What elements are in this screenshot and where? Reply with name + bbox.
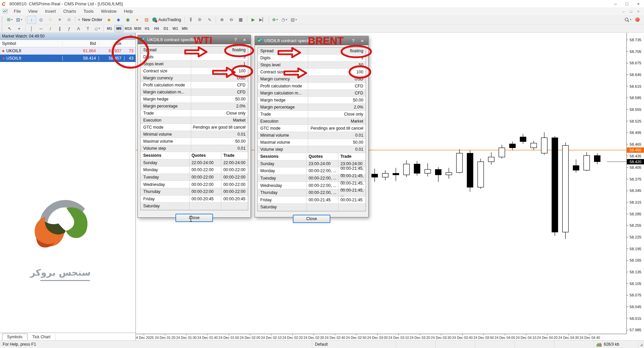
symbol-cell: ◆UKOILft <box>0 49 62 53</box>
services-icon: ● <box>136 17 139 22</box>
channel-button[interactable]: ∥ <box>55 24 64 32</box>
candle-body <box>541 138 547 153</box>
chart-shift-button[interactable]: ▶▏ <box>258 16 267 24</box>
periods-dropdown-button[interactable]: ◷▾ <box>280 16 289 24</box>
period-m1-button[interactable]: M1 <box>105 25 114 32</box>
vertical-line-icon: │ <box>30 26 33 31</box>
tab-symbols[interactable]: Symbols <box>2 334 28 341</box>
session-quotes <box>306 204 338 211</box>
status-bar: For Help, press F1 Default 626/3 kb ◢ <box>0 340 644 348</box>
autotrading-button[interactable]: AutoTrading <box>151 16 183 24</box>
new-chart-button[interactable]: ⊞▾ <box>5 16 14 24</box>
tab-tick-chart[interactable]: Tick Chart <box>28 334 55 340</box>
vertical-line-button[interactable]: │ <box>27 24 36 32</box>
menu-view[interactable]: View <box>24 7 41 15</box>
market-button[interactable]: ▤ <box>142 16 151 24</box>
mdi-close-button[interactable]: × <box>635 9 642 13</box>
data-window-button[interactable]: ◎ <box>36 16 46 24</box>
zoom-in-button[interactable]: ⊕ <box>217 16 227 24</box>
crosshair-button[interactable]: + <box>14 24 24 32</box>
fibonacci-button[interactable]: ƒ <box>64 24 74 32</box>
candle-body <box>594 155 600 161</box>
market-watch-button[interactable]: ↕ <box>27 16 36 24</box>
tile-windows-button[interactable]: ▦ <box>236 16 246 24</box>
spec-label: GTC mode <box>141 125 191 130</box>
period-m5-button[interactable]: M5 <box>114 25 123 32</box>
price-tick-label: 58.585 <box>630 96 641 100</box>
session-quotes <box>189 203 221 210</box>
dialog-close-icon[interactable]: × <box>241 37 248 43</box>
mdi-restore-button[interactable]: □ <box>627 9 635 13</box>
arrows-button[interactable]: ◇▾ <box>93 24 102 32</box>
period-d1-button[interactable]: D1 <box>161 25 170 32</box>
text-button[interactable]: A <box>74 24 83 32</box>
dialog-help-button[interactable]: ? <box>232 37 239 42</box>
notifications-button[interactable] <box>633 16 642 24</box>
profiles-button[interactable]: ▤▾ <box>14 16 24 24</box>
toolbar-grip[interactable] <box>2 25 4 31</box>
session-quotes: 22:00-24:00 <box>189 159 221 166</box>
metaeditor-button[interactable]: ◆ <box>114 16 123 24</box>
period-m30-button[interactable]: M30 <box>133 25 142 32</box>
spec-label: Trade <box>141 111 191 116</box>
metaquotes-button[interactable]: ◆ <box>104 16 114 24</box>
spread-cell: 73 <box>124 49 135 53</box>
indicators-button[interactable]: ⊕▾ <box>270 16 280 24</box>
dialog-help-button[interactable]: ? <box>350 38 357 43</box>
new-order-button[interactable]: +New Order <box>77 16 104 24</box>
menu-insert[interactable]: Insert <box>41 7 60 15</box>
dialog-close-icon[interactable]: × <box>359 38 366 44</box>
column-symbol[interactable]: Symbol <box>0 41 62 46</box>
dialog-close-button[interactable]: Close <box>175 214 213 222</box>
market-watch-close-icon[interactable]: × <box>128 34 133 39</box>
zoom-out-button[interactable]: ⊖ <box>227 16 236 24</box>
spec-label: Digits <box>141 55 191 59</box>
trendline-button[interactable]: / <box>46 24 55 32</box>
period-mn-button[interactable]: MN <box>180 25 189 32</box>
menu-file[interactable]: File <box>10 7 24 15</box>
candlestick-button[interactable]: ⊪ <box>196 16 205 24</box>
period-w1-button[interactable]: W1 <box>171 25 180 32</box>
spec-value: 2.0% <box>191 103 248 110</box>
search-button[interactable]: ▾ <box>623 16 633 24</box>
minimize-button[interactable]: – <box>610 1 621 6</box>
horizontal-line-button[interactable]: ─ <box>36 24 46 32</box>
period-h4-button[interactable]: H4 <box>152 25 161 32</box>
auto-scroll-button[interactable]: ▶ <box>249 16 258 24</box>
bar-chart-button[interactable]: ⫼ <box>186 16 196 24</box>
period-h1-button[interactable]: H1 <box>143 25 152 32</box>
column-bid[interactable]: Bid <box>62 41 99 46</box>
templates-button[interactable]: ▧▾ <box>289 16 299 24</box>
market-watch-caption[interactable]: Market Watch: 04:49:50 × <box>0 33 136 40</box>
candle-body <box>404 164 410 175</box>
dialog-titlebar[interactable]: UKOILft contract specificat... ? × <box>138 35 251 44</box>
dialog-titlebar[interactable]: USOILft contract specifica... ? × <box>255 36 368 45</box>
cursor-button[interactable]: ↖ <box>5 24 14 32</box>
signals-button[interactable]: ◉ <box>123 16 132 24</box>
sessions-header: SessionsQuotesTrade <box>258 153 366 160</box>
services-button[interactable]: ● <box>132 16 142 24</box>
text-label-button[interactable]: T <box>83 24 93 32</box>
menu-window[interactable]: Window <box>97 7 120 15</box>
candle-body <box>414 164 420 173</box>
status-profile[interactable]: Default <box>312 341 396 348</box>
period-m15-button[interactable]: M15 <box>124 25 133 32</box>
market-watch-row-usoilft[interactable]: ◆USOILft58.41458.45743 <box>0 55 136 62</box>
toolbar-grip[interactable] <box>2 17 4 23</box>
signals-icon: ◉ <box>126 17 129 22</box>
strategy-tester-button[interactable]: ⊙ <box>64 16 74 24</box>
menu-charts[interactable]: Charts <box>59 7 79 15</box>
resize-grip[interactable]: ◢ <box>638 341 644 348</box>
column-ask[interactable]: Ask <box>99 41 124 46</box>
close-button[interactable]: × <box>633 1 644 6</box>
market-watch-row-ukoilft[interactable]: ◆UKOILft61.86461.93773 <box>0 47 136 55</box>
price-tick-label: 57.985 <box>630 328 641 332</box>
menu-tools[interactable]: Tools <box>80 7 97 15</box>
terminal-button[interactable]: ≡ <box>55 16 64 24</box>
menu-help[interactable]: Help <box>120 7 137 15</box>
navigator-button[interactable]: ☆ <box>46 16 55 24</box>
maximize-button[interactable]: □ <box>621 1 633 6</box>
mdi-minimize-button[interactable]: – <box>620 9 627 13</box>
dialog-close-button[interactable]: Close <box>293 215 330 223</box>
line-chart-button[interactable]: ∿ <box>205 16 214 24</box>
